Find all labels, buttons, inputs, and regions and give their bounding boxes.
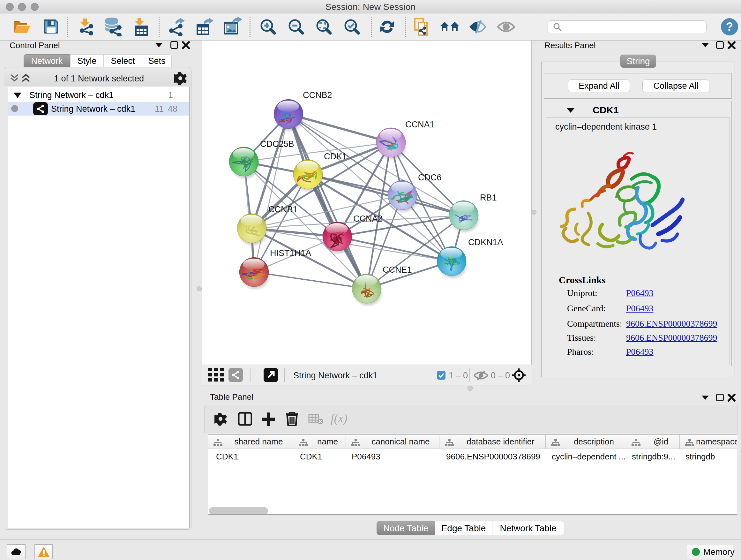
svg-text:CCNB1: CCNB1 bbox=[268, 205, 298, 214]
svg-text:CCNB2: CCNB2 bbox=[303, 90, 332, 100]
svg-text:CCNA1: CCNA1 bbox=[405, 120, 434, 129]
svg-text:CDC6: CDC6 bbox=[418, 173, 442, 182]
svg-text:CDK1: CDK1 bbox=[324, 152, 347, 161]
svg-text:RB1: RB1 bbox=[480, 193, 497, 202]
svg-text:CDC25B: CDC25B bbox=[260, 139, 294, 149]
svg-text:HIST1H1A: HIST1H1A bbox=[270, 248, 311, 258]
svg-text:CCNA2: CCNA2 bbox=[353, 214, 383, 224]
svg-text:CCNE1: CCNE1 bbox=[383, 265, 412, 274]
svg-text:CDKN1A: CDKN1A bbox=[468, 238, 503, 247]
